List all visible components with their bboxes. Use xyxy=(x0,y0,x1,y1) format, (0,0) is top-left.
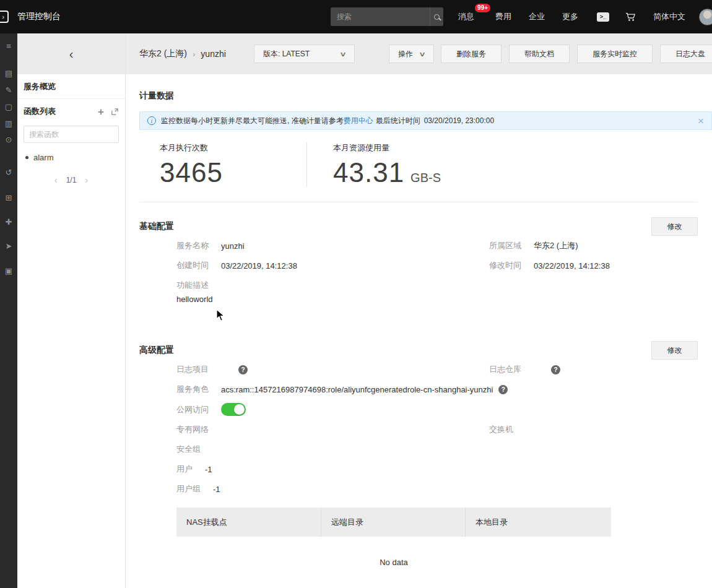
service-role-value: acs:ram::1457216987974698:role/aliyunfcg… xyxy=(221,385,493,394)
icon-rail: ≡ ▤ ✎ ▢ ▥ ⊙ ↺ ⊞ ✚ ➤ ▣ xyxy=(0,33,17,588)
breadcrumb-service: yunzhi xyxy=(201,49,225,59)
rail-list-icon[interactable]: ▥ xyxy=(0,119,17,129)
basic-config-modify-button[interactable]: 修改 xyxy=(651,217,698,236)
function-name: alarm xyxy=(33,153,54,162)
rail-refresh-icon[interactable]: ↺ xyxy=(0,168,17,178)
help-icon[interactable]: ? xyxy=(238,365,248,374)
description-label: 功能描述 xyxy=(176,280,209,291)
service-header: 华东2 (上海) › yunzhi 版本: LATEST ∨ 操作 ∨ 删除服务… xyxy=(126,33,712,74)
topbar-enterprise[interactable]: 企业 xyxy=(529,11,545,22)
topbar-search-input[interactable] xyxy=(331,7,430,26)
help-icon[interactable]: ? xyxy=(551,365,560,374)
vswitch-label: 交换机 xyxy=(489,424,513,435)
version-dropdown[interactable]: 版本: LATEST ∨ xyxy=(254,45,355,63)
internet-access-label: 公网访问 xyxy=(176,404,209,415)
rail-plus-icon[interactable]: ✚ xyxy=(0,217,17,227)
created-time-value: 03/22/2019, 14:12:38 xyxy=(221,261,297,270)
rail-arrow-icon[interactable]: ➤ xyxy=(0,241,17,251)
console-title[interactable]: 管理控制台 xyxy=(17,11,61,22)
search-icon xyxy=(434,14,440,20)
avatar[interactable] xyxy=(699,9,712,25)
breadcrumb: 华东2 (上海) › yunzhi xyxy=(139,48,254,59)
function-search xyxy=(17,124,125,148)
action-dropdown[interactable]: 操作 ∨ xyxy=(389,45,434,63)
sidebar-collapse-button[interactable]: ‹ xyxy=(17,33,125,74)
modified-time-value: 03/22/2019, 14:12:38 xyxy=(534,261,610,270)
stat-executions: 本月执行次数 3465 xyxy=(139,142,306,187)
stat-label: 本月资源使用量 xyxy=(333,142,441,153)
rail-panel-icon[interactable]: ▢ xyxy=(0,102,17,112)
advanced-config-modify-button[interactable]: 修改 xyxy=(651,341,698,360)
security-group-label: 安全组 xyxy=(176,444,201,455)
console-page: › 管理控制台 消息 99+ 费用 企业 更多 >_ 简体中文 ≡ ▤ ✎ ▢ … xyxy=(0,0,712,588)
region-value: 华东2 (上海) xyxy=(534,240,578,251)
sidebar: ‹ 服务概览 函数列表 + alarm ‹ 1/1 › xyxy=(17,33,126,588)
metering-stats: 本月执行次数 3465 本月资源使用量 43.31GB-S xyxy=(139,142,698,187)
service-name-value: yunzhi xyxy=(221,241,245,251)
function-list-item-alarm[interactable]: alarm xyxy=(17,148,125,166)
stat-resource-usage: 本月资源使用量 43.31GB-S xyxy=(307,142,441,187)
chevron-down-icon: ∨ xyxy=(419,50,426,58)
realtime-monitor-button[interactable]: 服务实时监控 xyxy=(577,45,653,63)
info-icon: i xyxy=(147,116,156,125)
page-indicator: 1/1 xyxy=(66,176,77,184)
created-time-label: 创建时间 xyxy=(176,260,209,271)
breadcrumb-region[interactable]: 华东2 (上海) xyxy=(139,48,187,59)
search-button[interactable] xyxy=(430,7,443,26)
topbar-more[interactable]: 更多 xyxy=(562,11,578,22)
notice-suffix: 最后统计时间 xyxy=(376,116,420,126)
close-icon[interactable]: × xyxy=(698,116,704,126)
delete-service-button[interactable]: 删除服务 xyxy=(441,45,501,63)
rail-target-icon[interactable]: ⊙ xyxy=(0,135,17,145)
sidebar-item-service-overview[interactable]: 服务概览 xyxy=(17,74,125,99)
help-doc-button[interactable]: 帮助文档 xyxy=(509,45,570,63)
nas-mount-table: NAS挂载点 远端目录 本地目录 xyxy=(176,508,611,537)
topbar-messages[interactable]: 消息 99+ xyxy=(458,11,474,22)
rail-dashboard-icon[interactable]: ▣ xyxy=(0,266,17,276)
topbar-language[interactable]: 简体中文 xyxy=(653,11,685,22)
cloudshell-icon[interactable]: >_ xyxy=(597,12,609,22)
function-list-label: 函数列表 xyxy=(24,106,56,117)
notice-text: 监控数据每小时更新并尽最大可能推送, 准确计量请参考 xyxy=(161,116,344,126)
rail-edit-icon[interactable]: ✎ xyxy=(0,85,17,95)
topbar: › 管理控制台 消息 99+ 费用 企业 更多 >_ 简体中文 xyxy=(0,0,712,33)
pagination: ‹ 1/1 › xyxy=(17,175,125,184)
user-value: -1 xyxy=(205,465,212,474)
service-name-label: 服务名称 xyxy=(176,240,209,251)
rail-grid-icon[interactable]: ⊞ xyxy=(0,193,17,203)
vpc-label: 专有网络 xyxy=(176,424,209,435)
next-page-icon[interactable]: › xyxy=(85,175,88,184)
log-dashboard-button[interactable]: 日志大盘 xyxy=(660,45,712,63)
cart-icon[interactable] xyxy=(625,12,636,22)
prev-page-icon[interactable]: ‹ xyxy=(54,175,58,184)
service-overview-label: 服务概览 xyxy=(24,81,56,92)
stat-value: 43.31GB-S xyxy=(333,158,441,187)
table-header-row: NAS挂载点 远端目录 本地目录 xyxy=(176,508,611,537)
main-content: 计量数据 i 监控数据每小时更新并尽最大可能推送, 准确计量请参考 费用中心 最… xyxy=(126,74,712,588)
console-logo-icon[interactable]: › xyxy=(0,11,9,23)
notice-time: 03/20/2019, 23:00:00 xyxy=(424,116,494,125)
modified-time-label: 修改时间 xyxy=(489,260,521,271)
breadcrumb-separator-icon: › xyxy=(193,50,195,59)
rail-products-icon[interactable]: ▤ xyxy=(0,69,17,79)
expand-icon[interactable] xyxy=(111,108,119,116)
user-label: 用户 xyxy=(176,464,193,475)
metering-title: 计量数据 xyxy=(139,90,698,102)
add-function-icon[interactable]: + xyxy=(98,106,104,117)
table-header-local-dir: 本地目录 xyxy=(465,508,609,537)
stat-label: 本月执行次数 xyxy=(160,142,306,153)
user-group-label: 用户组 xyxy=(176,483,201,495)
sidebar-item-function-list[interactable]: 函数列表 + xyxy=(17,99,125,124)
help-icon[interactable]: ? xyxy=(498,385,508,394)
function-search-input[interactable] xyxy=(24,126,119,143)
topbar-billing[interactable]: 费用 xyxy=(495,11,511,22)
billing-center-link[interactable]: 费用中心 xyxy=(344,116,373,126)
rail-menu-icon[interactable]: ≡ xyxy=(0,41,17,51)
log-store-label: 日志仓库 xyxy=(489,364,521,375)
basic-config-title: 基础配置 xyxy=(139,221,174,232)
internet-access-toggle[interactable] xyxy=(221,403,246,416)
messages-badge: 99+ xyxy=(475,4,490,12)
collapse-chevron-icon: ‹ xyxy=(69,48,74,60)
user-group-value: -1 xyxy=(213,485,220,494)
description-value: helloworld xyxy=(176,295,698,304)
